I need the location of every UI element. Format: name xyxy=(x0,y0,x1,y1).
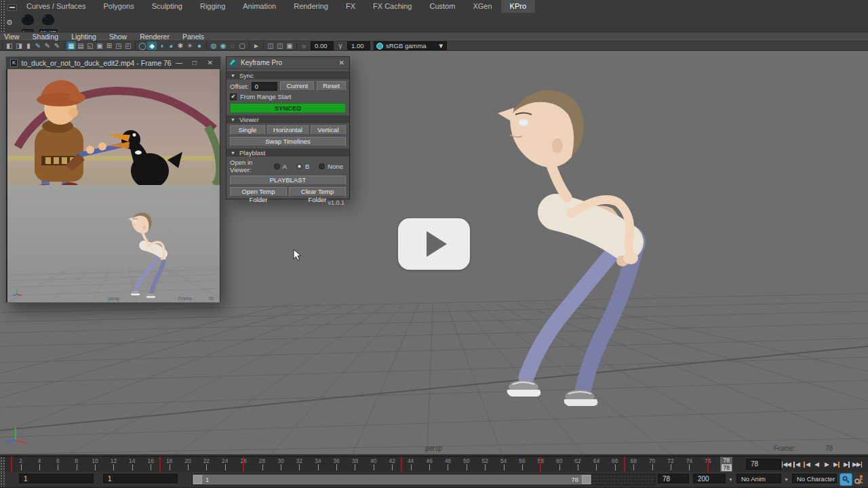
viewer-horizontal-button[interactable]: Horizontal xyxy=(267,125,309,135)
exposure-field[interactable]: 0.00 xyxy=(311,41,334,50)
range-slider-track[interactable]: 1 78 xyxy=(192,474,656,485)
current-time-field[interactable]: 78 xyxy=(746,459,781,470)
grease-pencil-frames-icon[interactable]: ✎ xyxy=(43,41,52,50)
paste-view-icon[interactable]: ◫ xyxy=(275,41,285,50)
shelf-tab-fx[interactable]: FX xyxy=(337,0,364,13)
play-forwards-button[interactable]: ▶ xyxy=(822,459,831,470)
video-play-overlay-button[interactable] xyxy=(398,218,470,270)
select-camera-icon[interactable]: ◧ xyxy=(5,41,14,50)
animation-start-field[interactable]: 1 xyxy=(19,474,94,483)
open-in-viewer-radio-none[interactable] xyxy=(319,163,325,169)
viewer-single-button[interactable]: Single xyxy=(230,125,265,135)
character-3d[interactable] xyxy=(498,90,646,406)
menu-renderer[interactable]: Renderer xyxy=(140,33,170,41)
open-in-viewer-radio-a[interactable] xyxy=(274,163,280,169)
menu-view[interactable]: View xyxy=(4,33,20,41)
menu-lighting[interactable]: Lighting xyxy=(71,33,96,41)
xray-joints-icon[interactable]: ◉ xyxy=(218,41,228,50)
shelf-tab-rendering[interactable]: Rendering xyxy=(285,0,337,13)
auto-keyframe-toggle[interactable] xyxy=(840,473,852,486)
smooth-shade-icon[interactable]: ◆ xyxy=(147,41,157,50)
shelf-tab-fx-caching[interactable]: FX Caching xyxy=(364,0,420,13)
shelf-menu-gear-icon[interactable]: ⚙ xyxy=(6,18,13,27)
grid-icon[interactable]: ▦ xyxy=(66,41,76,50)
use-default-material-icon[interactable]: ✱ xyxy=(176,41,185,50)
maximize-button[interactable]: □ xyxy=(186,57,202,69)
wireframe-icon[interactable]: ◯ xyxy=(138,41,147,50)
plane-display-icon[interactable]: ▢ xyxy=(237,41,247,50)
play-backwards-button[interactable]: ◀ xyxy=(812,459,821,470)
go-to-range-start-button[interactable]: ◀◀ xyxy=(781,459,791,470)
chevron-down-icon[interactable]: ▼ xyxy=(728,477,733,482)
step-back-key-button[interactable]: ◀ xyxy=(802,459,811,470)
shelf-grip-handle[interactable] xyxy=(0,0,5,32)
open-temp-folder-button[interactable]: Open Temp Folder xyxy=(230,187,287,197)
step-forward-frame-button[interactable]: ▶ xyxy=(842,459,852,470)
grease-pencil-edit-icon[interactable]: ✎ xyxy=(52,41,62,50)
shelf-tab-kpro[interactable]: KPro xyxy=(501,0,535,13)
viewer-section-header[interactable]: ▼ Viewer xyxy=(226,115,349,123)
playback-end-field[interactable]: 78 xyxy=(658,474,689,483)
playback-range-bar[interactable]: 1 78 xyxy=(193,474,591,485)
video-window-content[interactable]: persp Frame 76 xyxy=(7,69,220,302)
exposure-icon[interactable]: ☼ xyxy=(299,41,309,50)
shelf-tab-polygons[interactable]: Polygons xyxy=(94,0,142,13)
playblast-button[interactable]: PLAYBLAST xyxy=(230,176,346,185)
reset-button[interactable]: Reset xyxy=(317,81,346,91)
keyframe-pro-titlebar[interactable]: Keyframe Pro ✕ xyxy=(226,57,349,69)
keyframe-pro-close-button[interactable]: ✕ xyxy=(338,59,346,66)
range-start-handle[interactable] xyxy=(193,475,202,484)
anim-layer-select[interactable]: No Anim Layer xyxy=(736,474,781,483)
textured-icon[interactable]: ◕ xyxy=(166,41,176,50)
step-forward-key-button[interactable]: ▶ xyxy=(832,459,842,470)
range-slider-grip-handle[interactable] xyxy=(0,472,5,487)
bookmark-icon[interactable]: ▮ xyxy=(24,41,33,50)
swap-timelines-button[interactable]: Swap Timelines xyxy=(230,137,346,146)
time-slider[interactable]: 2468101214161820222426283032343638404244… xyxy=(7,457,731,472)
lock-camera-icon[interactable]: ◨ xyxy=(14,41,24,50)
go-to-range-end-button[interactable]: ▶▶ xyxy=(852,459,862,470)
gamma-icon[interactable]: γ xyxy=(336,41,345,50)
shelf-tab-curves-surfaces[interactable]: Curves / Surfaces xyxy=(18,0,94,13)
offset-input[interactable]: 0 xyxy=(252,82,278,91)
character-set-select[interactable]: No Character Set xyxy=(792,474,837,483)
sync-section-header[interactable]: ▼ Sync xyxy=(226,71,349,79)
keyframe-pro-panel[interactable]: Keyframe Pro ✕ ▼ Sync Offset: 0 Current … xyxy=(226,56,350,199)
menu-show[interactable]: Show xyxy=(109,33,127,41)
shelf-tab-xgen[interactable]: XGen xyxy=(464,0,500,13)
lights-icon[interactable]: ☀ xyxy=(185,41,195,50)
viewer-vertical-button[interactable]: Vertical xyxy=(311,125,346,135)
current-button[interactable]: Current xyxy=(280,81,314,91)
safe-title-icon[interactable]: ◰ xyxy=(123,41,133,50)
keyframe-pro-viewer-window[interactable]: K to_duck_or_not_to_duck_edit2.mp4 - Fra… xyxy=(5,56,221,303)
minimize-button[interactable]: — xyxy=(172,57,187,69)
snapshot-icon[interactable]: ▣ xyxy=(285,41,294,50)
view-transform-select[interactable]: sRGB gamma ▼ xyxy=(374,41,447,50)
range-end-handle[interactable] xyxy=(582,475,591,484)
current-frame-indicator[interactable]: 7878 xyxy=(720,457,732,472)
time-slider-grip-handle[interactable] xyxy=(0,457,5,472)
shelf-tab-animation[interactable]: Animation xyxy=(234,0,285,13)
synced-status-button[interactable]: SYNCED xyxy=(230,103,346,113)
flat-shade-icon[interactable]: ◑ xyxy=(157,41,166,50)
film-gate-icon[interactable]: ▤ xyxy=(76,41,85,50)
field-chart-icon[interactable]: ⊞ xyxy=(104,41,114,50)
playback-start-field[interactable]: 1 xyxy=(103,474,178,483)
shelf-tab-rigging[interactable]: Rigging xyxy=(191,0,234,13)
close-button[interactable]: ✕ xyxy=(202,57,218,69)
animation-end-field[interactable]: 200 xyxy=(693,474,726,483)
isolate-select-icon[interactable]: ◌ xyxy=(228,41,237,50)
resolution-gate-icon[interactable]: ◱ xyxy=(85,41,95,50)
menu-shading[interactable]: Shading xyxy=(33,33,59,41)
grease-pencil-add-icon[interactable]: ✎ xyxy=(33,41,43,50)
video-window-titlebar[interactable]: K to_duck_or_not_to_duck_edit2.mp4 - Fra… xyxy=(6,57,220,69)
clear-temp-folder-button[interactable]: Clear Temp Folder xyxy=(289,187,346,197)
chevron-down-icon[interactable]: ▼ xyxy=(784,477,789,482)
step-back-frame-button[interactable]: ◀ xyxy=(791,459,801,470)
select-highlight-icon[interactable]: ► xyxy=(252,41,261,50)
shadows-icon[interactable]: ● xyxy=(195,41,204,50)
open-in-viewer-radio-b[interactable] xyxy=(296,163,302,169)
gate-mask-icon[interactable]: ▣ xyxy=(95,41,104,50)
gamma-field[interactable]: 1.00 xyxy=(347,41,370,50)
xray-icon[interactable]: ◍ xyxy=(209,41,218,50)
